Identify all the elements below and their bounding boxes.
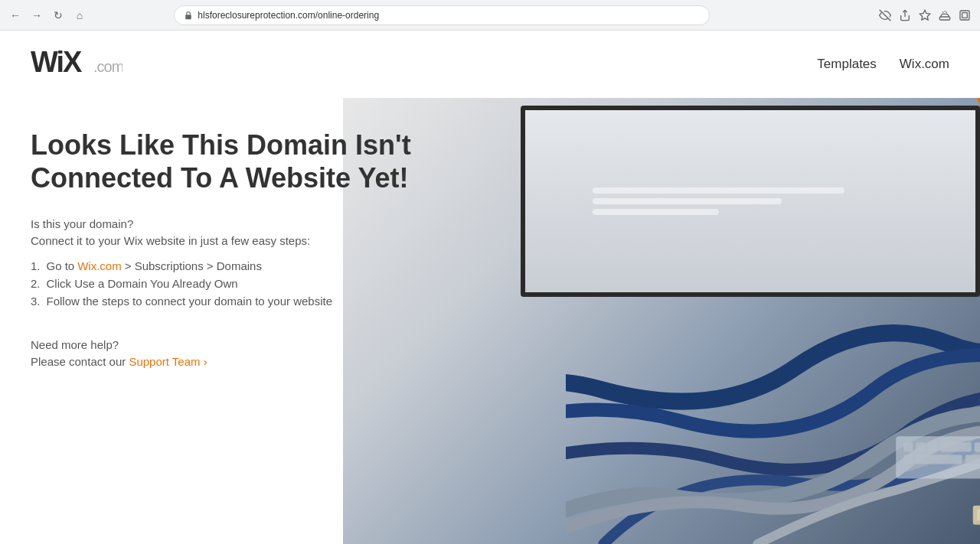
svg-rect-13 [941, 442, 972, 451]
screen-lines [593, 187, 908, 215]
svg-rect-17 [965, 454, 980, 464]
question-text: Is this your domain? [31, 217, 452, 230]
lock-icon [184, 11, 193, 20]
svg-rect-10 [903, 442, 913, 451]
step-1: 1. Go to Wix.com > Subscriptions > Domai… [31, 259, 452, 272]
site-header: WiX .com Templates Wix.com [0, 31, 980, 98]
home-button[interactable]: ⌂ [72, 8, 87, 23]
screen-line-2 [593, 198, 782, 204]
main-content: Looks Like This Domain Isn't Connected T… [0, 98, 980, 544]
screen-line-1 [593, 187, 844, 194]
wixcom-link[interactable]: Wix.com [900, 57, 949, 72]
support-team-link[interactable]: Support Team › [129, 355, 207, 368]
reload-button[interactable]: ↻ [51, 8, 66, 23]
eye-slash-icon[interactable] [877, 8, 893, 23]
svg-rect-18 [973, 506, 980, 525]
main-heading: Looks Like This Domain Isn't Connected T… [31, 129, 452, 194]
svg-rect-16 [916, 454, 962, 464]
step-3-text: Follow the steps to connect your domain … [47, 295, 333, 308]
address-bar[interactable]: hlsforeclosureprotection.com/online-orde… [174, 5, 710, 25]
step-3: 3. Follow the steps to connect your doma… [31, 295, 452, 308]
help-section: Need more help? Please contact our Suppo… [31, 338, 452, 368]
support-team-text: Support Team [129, 355, 200, 368]
main-nav: Templates Wix.com [817, 57, 949, 72]
url-text: hlsforeclosureprotection.com/online-orde… [198, 10, 379, 21]
step-2-text: Click Use a Domain You Already Own [47, 277, 238, 290]
templates-link[interactable]: Templates [817, 57, 876, 72]
help-heading: Need more help? [31, 338, 452, 351]
step-2-number: 2. [31, 277, 41, 290]
back-button[interactable]: ← [8, 8, 23, 23]
subtitle-text: Connect it to your Wix website in just a… [31, 234, 452, 247]
page-wrapper: WiX .com Templates Wix.com [0, 31, 980, 544]
wix-logo-svg: WiX .com [31, 44, 122, 78]
svg-text:WiX: WiX [31, 46, 83, 78]
heading-line2: Connected To A Website Yet! [31, 162, 408, 194]
support-arrow: › [204, 355, 207, 368]
svg-rect-14 [975, 442, 980, 451]
svg-rect-4 [939, 17, 949, 20]
heading-line1: Looks Like This Domain Isn't [31, 129, 411, 161]
step-1-prefix: Go to [47, 259, 75, 272]
monitor-screen [521, 106, 980, 297]
svg-rect-19 [977, 510, 980, 521]
bookmark-icon[interactable] [917, 8, 933, 23]
browser-actions [877, 8, 972, 23]
forward-button[interactable]: → [29, 8, 44, 23]
screen-line-3 [593, 209, 719, 215]
monitor-screen-inner [525, 110, 975, 292]
step-2: 2. Click Use a Domain You Already Own [31, 277, 452, 290]
share-icon[interactable] [897, 8, 913, 23]
svg-rect-9 [896, 436, 980, 478]
svg-rect-12 [929, 442, 938, 451]
contact-prefix: Please contact our [31, 355, 129, 368]
svg-rect-5 [960, 11, 969, 20]
browser-chrome: ← → ↻ ⌂ hlsforeclosureprotection.com/onl… [0, 0, 980, 31]
wixcom-step-link[interactable]: Wix.com [77, 259, 122, 272]
extensions-icon[interactable] [937, 8, 952, 23]
svg-rect-6 [962, 12, 968, 18]
contact-text: Please contact our Support Team › [31, 355, 452, 368]
logo-wix-text: WiX .com [31, 44, 122, 85]
maximize-icon[interactable] [957, 8, 972, 23]
step-1-suffix: > Subscriptions > Domains [125, 259, 262, 272]
steps-list: 1. Go to Wix.com > Subscriptions > Domai… [31, 259, 452, 308]
svg-rect-0 [186, 15, 192, 19]
svg-marker-3 [920, 10, 929, 20]
text-content: Looks Like This Domain Isn't Connected T… [31, 129, 452, 368]
step-3-number: 3. [31, 295, 41, 308]
step-1-number: 1. [31, 259, 41, 272]
svg-text:.com: .com [93, 58, 122, 75]
svg-rect-11 [916, 442, 926, 451]
svg-rect-15 [903, 454, 913, 464]
wix-logo: WiX .com [31, 44, 122, 85]
